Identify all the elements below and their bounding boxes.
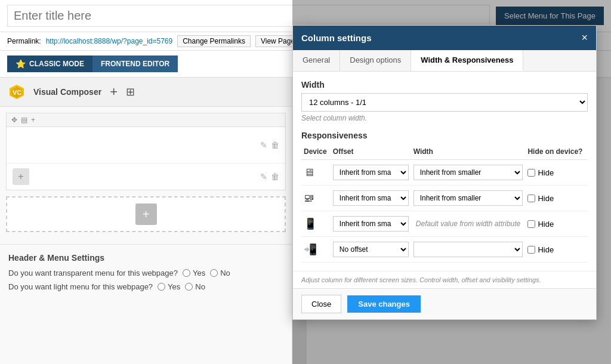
modal-close-button[interactable]: ×: [581, 32, 588, 44]
edit-icon-1[interactable]: ✎: [260, 140, 267, 150]
resp-row-2: 📱 Inherit from sma Default value from wi…: [301, 211, 588, 237]
vc-add-icon[interactable]: +: [110, 84, 118, 100]
resp-width-select-3[interactable]: [413, 242, 523, 257]
hide-label-2: Hide: [538, 220, 554, 229]
vc-add-row-button[interactable]: +: [135, 203, 157, 225]
resp-row-1: 🖳 Inherit from sma Inherit from smaller: [301, 186, 588, 211]
vc-row-1-second: + ✎ 🗑: [7, 163, 285, 190]
responsiveness-title: Responsiveness: [301, 131, 588, 140]
modal-title: Column settings: [301, 33, 372, 43]
hide-checkbox-0[interactable]: [527, 169, 535, 177]
tab-design[interactable]: Design options: [340, 50, 411, 71]
classic-mode-label: CLASSIC MODE: [29, 60, 84, 68]
desktop-icon: 🖥: [304, 166, 314, 178]
light-yes-radio[interactable]: Yes: [158, 282, 180, 291]
vc-empty-row: +: [6, 196, 286, 232]
phone-icon: 📲: [304, 243, 317, 255]
transparent-label: Do you want transparent menu for this we…: [8, 269, 178, 277]
transparent-yes-radio[interactable]: Yes: [183, 269, 205, 277]
modal-footer: Close Save changes: [293, 288, 596, 319]
hide-label-1: Hide: [538, 194, 554, 203]
resp-offset-select-2[interactable]: Inherit from sma: [333, 216, 409, 232]
light-label: Do you want light menu for this webpage?: [8, 282, 153, 291]
change-permalinks-button[interactable]: Change Permalinks: [177, 35, 251, 47]
edit-icon-2[interactable]: ✎: [260, 172, 267, 181]
column-settings-modal: Column settings × General Design options…: [292, 25, 597, 320]
width-section-title: Width: [301, 80, 588, 90]
transparent-menu-row: Do you want transparent menu for this we…: [8, 269, 283, 277]
modal-body: Width 12 columns - 1/1 Select column wid…: [293, 72, 596, 271]
resp-width-select-1[interactable]: Inherit from smaller: [413, 190, 523, 206]
vc-row-1-inner: ✎ 🗑: [7, 127, 285, 163]
light-no-radio[interactable]: No: [185, 282, 205, 291]
footer-hint: Adjust column for different screen sizes…: [293, 271, 596, 288]
col-hide: Hide on device?: [525, 144, 588, 160]
hide-cell-3: Hide: [527, 245, 585, 254]
tab-general[interactable]: General: [293, 50, 340, 71]
hide-cell-2: Hide: [527, 220, 585, 229]
vc-header: VC Visual Composer + ⊞: [0, 78, 292, 107]
hms-title: Header & Menu Settings: [8, 253, 283, 263]
width-hint: Select column width.: [301, 114, 588, 122]
tab-width-responsiveness[interactable]: Width & Responsiveness: [411, 50, 523, 71]
hide-checkbox-2[interactable]: [527, 220, 535, 228]
move-icon[interactable]: ✥: [11, 116, 17, 124]
svg-text:VC: VC: [13, 89, 21, 96]
resp-row-0: 🖥 Inherit from sma Inherit from smaller: [301, 160, 588, 186]
left-panel: VC Visual Composer + ⊞ ✥ ▤ + ✎ 🗑: [0, 78, 292, 364]
vc-row-1: ✥ ▤ + ✎ 🗑 + ✎ 🗑: [6, 113, 286, 190]
modal-tabs: General Design options Width & Responsiv…: [293, 50, 596, 72]
width-select[interactable]: 12 columns - 1/1: [301, 93, 588, 112]
add-col-icon[interactable]: +: [13, 168, 29, 185]
header-menu-settings: Header & Menu Settings Do you want trans…: [0, 244, 292, 304]
classic-mode-button[interactable]: ⭐ CLASSIC MODE: [7, 55, 92, 72]
resp-offset-select-0[interactable]: Inherit from sma: [333, 165, 409, 180]
resp-row-3: 📲 No offset: [301, 237, 588, 263]
resp-offset-select-1[interactable]: Inherit from sma: [333, 190, 409, 206]
resp-width-hint-2: Default value from width attribute: [413, 220, 523, 228]
hide-cell-0: Hide: [527, 168, 585, 177]
vc-row-1-toolbar: ✥ ▤ +: [7, 113, 285, 127]
light-yes-input[interactable]: [158, 283, 165, 291]
modal-close-btn[interactable]: Close: [301, 295, 341, 313]
vc-content: ✥ ▤ + ✎ 🗑 + ✎ 🗑: [0, 107, 292, 244]
responsiveness-table: Device Offset Width Hide on device? 🖥: [301, 144, 588, 263]
star-icon: ⭐: [16, 59, 26, 69]
delete-icon-2[interactable]: 🗑: [271, 172, 279, 181]
frontend-editor-button[interactable]: FRONTEND EDITOR: [92, 55, 178, 72]
add-row-icon[interactable]: +: [31, 116, 35, 124]
tablet-icon: 📱: [304, 218, 317, 230]
permalink-label: Permalink:: [7, 37, 41, 45]
hide-label-0: Hide: [538, 168, 554, 177]
transparent-yes-input[interactable]: [183, 269, 190, 277]
save-changes-button[interactable]: Save changes: [347, 295, 421, 313]
row-icon[interactable]: ▤: [21, 116, 27, 124]
col-device: Device: [301, 144, 331, 160]
hide-label-3: Hide: [538, 245, 554, 254]
vc-grid-icon[interactable]: ⊞: [126, 85, 135, 98]
resp-offset-select-3[interactable]: No offset: [333, 242, 409, 257]
hide-cell-1: Hide: [527, 194, 585, 203]
monitor-icon: 🖳: [304, 192, 314, 204]
transparent-no-input[interactable]: [210, 269, 218, 277]
delete-icon-1[interactable]: 🗑: [271, 140, 279, 150]
modal-header: Column settings ×: [293, 26, 596, 50]
col-offset: Offset: [331, 144, 411, 160]
resp-width-select-0[interactable]: Inherit from smaller: [413, 165, 523, 180]
vc-logo: VC: [8, 84, 25, 100]
permalink-url[interactable]: http://localhost:8888/wp/?page_id=5769: [46, 37, 173, 45]
vc-title: Visual Composer: [33, 87, 101, 97]
hide-checkbox-3[interactable]: [527, 246, 535, 254]
transparent-no-radio[interactable]: No: [210, 269, 230, 277]
col-width: Width: [411, 144, 526, 160]
light-menu-row: Do you want light menu for this webpage?…: [8, 282, 283, 291]
light-no-input[interactable]: [185, 283, 193, 291]
hide-checkbox-1[interactable]: [527, 195, 535, 202]
